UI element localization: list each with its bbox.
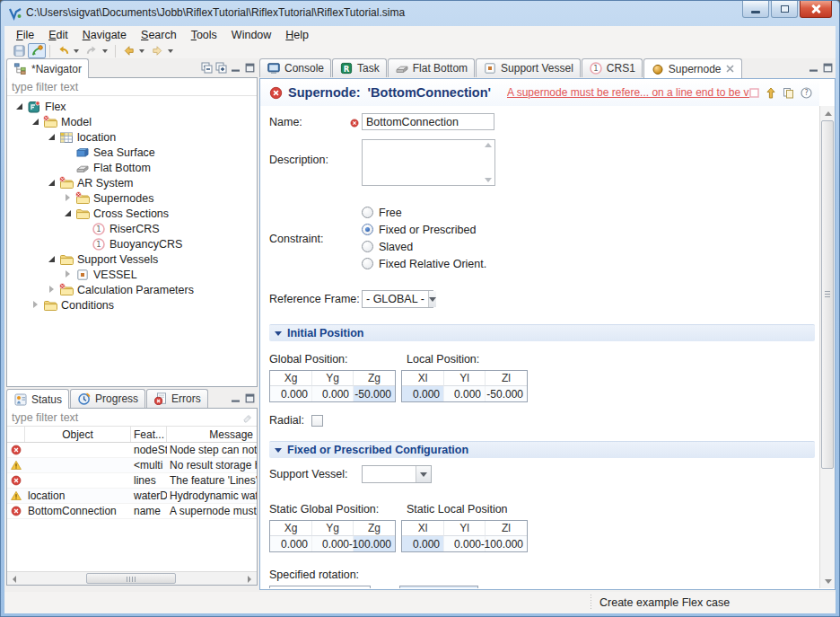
tab-flat-bottom[interactable]: Flat Bottom bbox=[388, 58, 475, 77]
expand-arrow-icon[interactable] bbox=[47, 178, 57, 188]
tree-item-supernodes[interactable]: Supernodes bbox=[7, 190, 257, 206]
textarea-scrollbar[interactable] bbox=[481, 140, 494, 185]
specified-rotation-table[interactable] bbox=[269, 586, 371, 588]
tab-progress[interactable]: Progress bbox=[70, 389, 145, 408]
expand-arrow-icon[interactable] bbox=[47, 132, 57, 142]
tree-item-flex[interactable]: Flex bbox=[7, 99, 257, 114]
table-row[interactable]: <multi No result storage ha bbox=[7, 458, 257, 473]
forward-button[interactable] bbox=[148, 43, 166, 58]
undo-dropdown-arrow[interactable] bbox=[74, 49, 79, 53]
validation-warning-link[interactable]: A supernode must be refere... on a line … bbox=[507, 86, 749, 99]
expand-arrow-icon[interactable] bbox=[63, 208, 73, 218]
save-button[interactable] bbox=[10, 43, 28, 58]
tree-item-ar-system[interactable]: AR System bbox=[7, 175, 257, 190]
navigator-filter-input[interactable] bbox=[8, 79, 256, 95]
tree-item-calculation-parameters[interactable]: Calculation Parameters bbox=[7, 282, 257, 297]
table-cell-selected[interactable]: 0.000 bbox=[402, 536, 444, 551]
reference-frame-select[interactable]: - GLOBAL - bbox=[362, 290, 433, 308]
view-minimize-button[interactable] bbox=[808, 62, 819, 74]
menu-item-search[interactable]: Search bbox=[134, 27, 184, 43]
scroll-up-arrow[interactable] bbox=[821, 107, 835, 119]
column-message[interactable]: Message bbox=[167, 427, 257, 442]
table-cell[interactable]: -100.000 bbox=[486, 536, 527, 551]
minimize-button[interactable] bbox=[742, 1, 769, 18]
collapse-all-button[interactable] bbox=[201, 62, 213, 74]
tab-console[interactable]: Console bbox=[259, 58, 331, 77]
close-button[interactable] bbox=[800, 1, 832, 18]
table-cell[interactable]: 0.000 bbox=[270, 536, 312, 551]
constraint-option-slaved[interactable]: Slaved bbox=[362, 238, 486, 255]
column-feature[interactable]: Feat... bbox=[131, 427, 167, 442]
specified-rotation-table[interactable] bbox=[399, 586, 478, 588]
table-cell-selected[interactable]: -100.000 bbox=[354, 536, 395, 551]
view-maximize-button[interactable] bbox=[244, 62, 256, 74]
expand-arrow-icon[interactable] bbox=[63, 269, 73, 279]
navigate-up-icon[interactable] bbox=[766, 87, 776, 99]
tab-support-vessel[interactable]: Support Vessel bbox=[476, 58, 581, 77]
scroll-left-arrow[interactable] bbox=[8, 573, 21, 585]
table-cell[interactable]: 0.000 bbox=[444, 386, 486, 401]
expand-all-button[interactable] bbox=[215, 62, 227, 74]
status-filter-input[interactable] bbox=[8, 410, 256, 426]
tree-item-cross-sections[interactable]: Cross Sections bbox=[7, 206, 257, 221]
constraint-option-free[interactable]: Free bbox=[362, 204, 486, 221]
name-field[interactable] bbox=[362, 113, 494, 130]
table-cell[interactable]: 0.000 bbox=[312, 536, 354, 551]
tree-item-support-vessels[interactable]: Support Vessels bbox=[7, 251, 257, 267]
tab-crs1[interactable]: 1 CRS1 bbox=[582, 58, 643, 77]
constraint-option-fixed-or-prescribed[interactable]: Fixed or Prescribed bbox=[362, 221, 486, 238]
pink-square-icon[interactable] bbox=[749, 88, 759, 98]
forward-dropdown-arrow[interactable] bbox=[168, 49, 173, 53]
table-row[interactable]: BottomConnection name A supernode must b bbox=[7, 504, 257, 519]
table-cell-selected[interactable]: -50.000 bbox=[354, 386, 395, 401]
tab-task[interactable]: R Task bbox=[332, 58, 387, 77]
expand-arrow-icon[interactable] bbox=[47, 254, 57, 264]
tree-item-flat-bottom[interactable]: Flat Bottom bbox=[7, 160, 257, 175]
table-cell-selected[interactable]: 0.000 bbox=[402, 386, 444, 401]
tree-item-risercrs[interactable]: 1RiserCRS bbox=[7, 221, 257, 236]
clear-filter-icon[interactable] bbox=[242, 412, 253, 423]
back-dropdown-arrow[interactable] bbox=[139, 49, 144, 53]
tab-navigator[interactable]: *Navigator bbox=[6, 58, 89, 78]
description-field[interactable] bbox=[362, 139, 495, 186]
copy-icon[interactable] bbox=[783, 87, 794, 99]
expand-arrow-icon[interactable] bbox=[47, 285, 57, 295]
chevron-down-icon[interactable] bbox=[428, 291, 436, 307]
scrollbar-thumb[interactable] bbox=[821, 120, 834, 469]
scrollbar-thumb[interactable] bbox=[86, 573, 176, 584]
tree-item-buoyancycrs[interactable]: 1BuoyancyCRS bbox=[7, 236, 257, 251]
tree-item-vessel[interactable]: VESSEL bbox=[7, 267, 257, 282]
help-icon[interactable]: ? bbox=[801, 87, 812, 99]
tab-close-icon[interactable] bbox=[725, 64, 735, 74]
menu-item-edit[interactable]: Edit bbox=[41, 27, 75, 43]
radio-icon[interactable] bbox=[362, 241, 373, 252]
section-fixed-or-prescribed[interactable]: Fixed or Prescribed Configuration bbox=[269, 441, 815, 458]
menu-item-navigate[interactable]: Navigate bbox=[75, 27, 134, 43]
radio-selected-icon[interactable] bbox=[362, 224, 373, 235]
table-cell[interactable]: 0.000 bbox=[312, 386, 354, 401]
table-cell[interactable]: 0.000 bbox=[444, 536, 486, 551]
view-maximize-button[interactable] bbox=[244, 392, 256, 404]
radio-icon[interactable] bbox=[362, 258, 373, 269]
view-minimize-button[interactable] bbox=[230, 392, 241, 404]
menu-item-file[interactable]: File bbox=[9, 27, 41, 43]
tab-supernode[interactable]: Supernode bbox=[643, 58, 742, 78]
expand-arrow-icon[interactable] bbox=[31, 117, 40, 127]
redo-button[interactable] bbox=[83, 43, 101, 58]
tree-item-sea-surface[interactable]: Sea Surface bbox=[7, 145, 257, 160]
expand-arrow-icon[interactable] bbox=[14, 101, 24, 111]
expand-arrow-icon[interactable] bbox=[63, 193, 73, 203]
table-row[interactable]: lines The feature 'Lines' o bbox=[7, 473, 257, 489]
column-object[interactable]: Object bbox=[25, 427, 131, 442]
section-initial-position[interactable]: Initial Position bbox=[269, 324, 815, 341]
radial-checkbox[interactable] bbox=[311, 415, 323, 427]
table-row[interactable]: location waterD Hydrodynamic wate bbox=[7, 489, 257, 504]
maximize-button[interactable] bbox=[771, 1, 798, 18]
horizontal-scrollbar[interactable] bbox=[7, 571, 257, 585]
menu-item-help[interactable]: Help bbox=[278, 27, 316, 43]
menu-item-tools[interactable]: Tools bbox=[184, 27, 224, 43]
scroll-down-arrow[interactable] bbox=[821, 575, 835, 587]
constraint-option-fixed-relative-orient[interactable]: Fixed Relative Orient. bbox=[362, 255, 486, 272]
support-vessel-select[interactable] bbox=[362, 465, 432, 483]
table-cell[interactable]: 0.000 bbox=[270, 386, 312, 401]
